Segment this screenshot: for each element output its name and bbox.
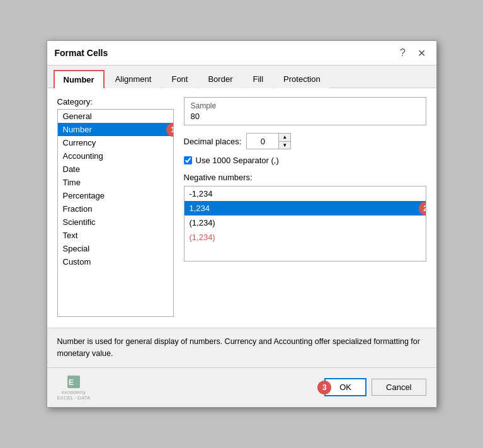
tab-border[interactable]: Border <box>198 70 242 88</box>
neg-item-1[interactable]: -1,234 <box>185 187 426 201</box>
category-item-time[interactable]: Time <box>58 176 173 189</box>
neg-list: -1,234 1,234 2 (1,234) (1,234) <box>185 187 426 244</box>
badge-1: 1 <box>166 123 174 137</box>
ok-button-wrap: 3 OK <box>324 378 367 396</box>
category-list-container: General Number 1 Currency Accounting Dat… <box>57 109 174 317</box>
decimal-label: Decimal places: <box>184 137 242 146</box>
sample-label: Sample <box>191 101 419 110</box>
category-item-accounting[interactable]: Accounting <box>58 149 173 163</box>
tab-protection[interactable]: Protection <box>274 70 330 88</box>
neg-item-3[interactable]: (1,234) <box>185 215 426 230</box>
exceldemy-logo-icon: E <box>66 374 81 389</box>
tab-bar: Number Alignment Font Border Fill Protec… <box>47 66 436 88</box>
category-list-wrapper[interactable]: General Number 1 Currency Accounting Dat… <box>57 109 174 317</box>
category-item-percentage[interactable]: Percentage <box>58 189 173 202</box>
tab-font[interactable]: Font <box>162 70 197 88</box>
category-item-date[interactable]: Date <box>58 163 173 176</box>
description-text: Number is used for general display of nu… <box>47 328 436 367</box>
neg-list-wrapper[interactable]: -1,234 1,234 2 (1,234) (1,234) <box>184 186 426 261</box>
negative-numbers-label: Negative numbers: <box>184 173 426 182</box>
tab-fill[interactable]: Fill <box>243 70 273 88</box>
neg-item-4[interactable]: (1,234) <box>185 230 426 244</box>
svg-text:E: E <box>69 378 74 387</box>
badge-3: 3 <box>317 381 331 394</box>
category-item-number[interactable]: Number 1 <box>58 123 173 136</box>
category-item-currency[interactable]: Currency <box>58 136 173 149</box>
decimal-input[interactable] <box>247 134 278 149</box>
decimal-up-button[interactable]: ▲ <box>279 134 290 141</box>
footer: E exceldemyEXCEL · DATA 3 OK Cancel <box>47 367 436 407</box>
decimal-input-wrap: ▲ ▼ <box>246 133 291 149</box>
category-list: General Number 1 Currency Accounting Dat… <box>58 110 173 268</box>
close-button[interactable]: ✕ <box>415 46 429 60</box>
negative-list-outer: -1,234 1,234 2 (1,234) (1,234) <box>184 186 426 261</box>
separator-label: Use 1000 Separator (,) <box>196 156 279 165</box>
neg-item-2[interactable]: 1,234 2 <box>185 201 426 215</box>
tab-content: Category: General Number 1 Currency Acco… <box>47 88 436 328</box>
category-section: Category: General Number 1 Currency Acco… <box>57 97 174 319</box>
title-bar: Format Cells ? ✕ <box>47 41 436 66</box>
help-button[interactable]: ? <box>396 46 410 60</box>
footer-logo-text: exceldemyEXCEL · DATA <box>57 389 91 401</box>
tab-alignment[interactable]: Alignment <box>106 70 161 88</box>
category-item-scientific[interactable]: Scientific <box>58 215 173 229</box>
sample-box: Sample 80 <box>184 97 426 125</box>
category-item-text[interactable]: Text <box>58 229 173 242</box>
format-cells-dialog: Format Cells ? ✕ Number Alignment Font B… <box>47 40 437 408</box>
decimal-row: Decimal places: ▲ ▼ <box>184 133 426 149</box>
cancel-button[interactable]: Cancel <box>372 379 426 396</box>
dialog-title: Format Cells <box>55 48 108 58</box>
category-item-general[interactable]: General <box>58 110 173 123</box>
spin-buttons: ▲ ▼ <box>278 134 290 149</box>
separator-row: Use 1000 Separator (,) <box>184 156 426 165</box>
category-item-custom[interactable]: Custom <box>58 255 173 268</box>
content-row: Category: General Number 1 Currency Acco… <box>57 97 426 319</box>
category-label: Category: <box>57 97 174 106</box>
badge-2: 2 <box>419 202 426 215</box>
separator-checkbox[interactable] <box>184 156 192 164</box>
footer-logo: E exceldemyEXCEL · DATA <box>57 374 91 401</box>
negative-numbers-section: Negative numbers: -1,234 1,234 2 (1,234)… <box>184 173 426 261</box>
title-bar-buttons: ? ✕ <box>396 46 429 60</box>
right-panel: Sample 80 Decimal places: ▲ ▼ <box>184 97 426 319</box>
tab-number[interactable]: Number <box>54 70 105 88</box>
category-item-fraction[interactable]: Fraction <box>58 202 173 215</box>
sample-value: 80 <box>191 112 419 121</box>
category-item-special[interactable]: Special <box>58 242 173 255</box>
decimal-down-button[interactable]: ▼ <box>279 141 290 149</box>
